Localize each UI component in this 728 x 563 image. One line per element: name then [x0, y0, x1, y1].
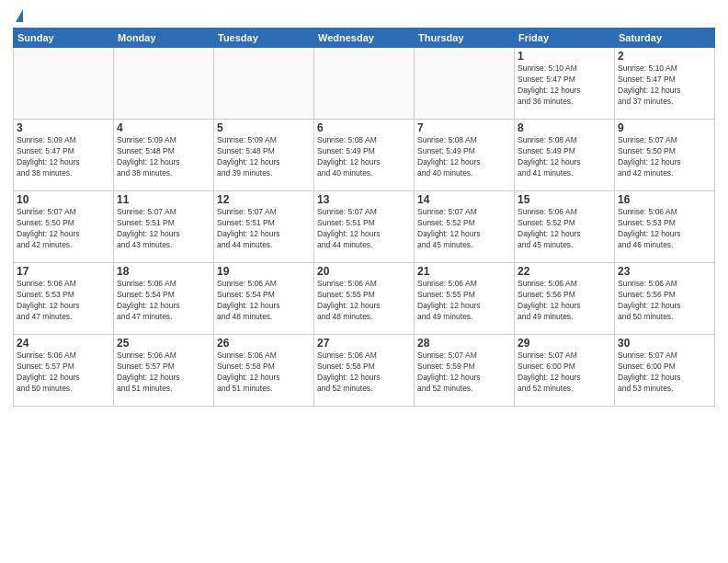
- day-number: 28: [417, 337, 511, 350]
- day-info: Sunrise: 5:07 AM Sunset: 5:50 PM Dayligh…: [618, 135, 711, 179]
- day-number: 26: [217, 337, 311, 350]
- page: Sunday Monday Tuesday Wednesday Thursday…: [0, 0, 728, 563]
- calendar-cell: 29Sunrise: 5:07 AM Sunset: 6:00 PM Dayli…: [515, 335, 615, 407]
- day-number: 27: [317, 337, 411, 350]
- calendar-cell: 3Sunrise: 5:09 AM Sunset: 5:47 PM Daylig…: [14, 120, 114, 191]
- day-info: Sunrise: 5:07 AM Sunset: 5:50 PM Dayligh…: [17, 207, 110, 251]
- logo-triangle-icon: [16, 9, 23, 22]
- day-number: 16: [618, 193, 711, 206]
- calendar-cell: [114, 48, 214, 120]
- day-info: Sunrise: 5:09 AM Sunset: 5:47 PM Dayligh…: [17, 135, 110, 179]
- day-number: 17: [17, 265, 110, 278]
- calendar-cell: 28Sunrise: 5:07 AM Sunset: 5:59 PM Dayli…: [415, 335, 515, 407]
- day-info: Sunrise: 5:07 AM Sunset: 5:51 PM Dayligh…: [317, 207, 411, 251]
- day-info: Sunrise: 5:08 AM Sunset: 5:49 PM Dayligh…: [317, 135, 411, 179]
- day-info: Sunrise: 5:10 AM Sunset: 5:47 PM Dayligh…: [518, 63, 611, 108]
- day-number: 7: [417, 121, 511, 134]
- day-info: Sunrise: 5:06 AM Sunset: 5:54 PM Dayligh…: [217, 279, 311, 323]
- header: [13, 9, 715, 22]
- calendar-week-row: 17Sunrise: 5:06 AM Sunset: 5:53 PM Dayli…: [14, 263, 715, 335]
- day-info: Sunrise: 5:06 AM Sunset: 5:56 PM Dayligh…: [618, 279, 711, 323]
- day-number: 21: [417, 265, 511, 278]
- day-number: 6: [317, 121, 411, 134]
- calendar-cell: 4Sunrise: 5:09 AM Sunset: 5:48 PM Daylig…: [114, 120, 214, 191]
- day-number: 14: [417, 193, 511, 206]
- calendar-cell: [14, 48, 114, 120]
- col-sunday: Sunday: [14, 29, 114, 48]
- day-number: 10: [17, 193, 110, 206]
- calendar-cell: 23Sunrise: 5:06 AM Sunset: 5:56 PM Dayli…: [615, 263, 715, 335]
- day-info: Sunrise: 5:10 AM Sunset: 5:47 PM Dayligh…: [618, 63, 711, 108]
- calendar-cell: 1Sunrise: 5:10 AM Sunset: 5:47 PM Daylig…: [515, 48, 615, 120]
- calendar-cell: 16Sunrise: 5:06 AM Sunset: 5:53 PM Dayli…: [615, 191, 715, 263]
- calendar-cell: [214, 48, 314, 120]
- day-info: Sunrise: 5:07 AM Sunset: 5:51 PM Dayligh…: [217, 207, 311, 251]
- col-friday: Friday: [515, 29, 615, 48]
- calendar-cell: 10Sunrise: 5:07 AM Sunset: 5:50 PM Dayli…: [14, 191, 114, 263]
- day-number: 15: [518, 193, 611, 206]
- day-info: Sunrise: 5:07 AM Sunset: 5:51 PM Dayligh…: [117, 207, 210, 251]
- day-info: Sunrise: 5:07 AM Sunset: 6:00 PM Dayligh…: [518, 350, 611, 395]
- calendar-cell: 14Sunrise: 5:07 AM Sunset: 5:52 PM Dayli…: [415, 191, 515, 263]
- col-wednesday: Wednesday: [314, 29, 415, 48]
- day-number: 8: [518, 121, 611, 134]
- day-info: Sunrise: 5:06 AM Sunset: 5:54 PM Dayligh…: [117, 279, 210, 323]
- day-info: Sunrise: 5:07 AM Sunset: 5:52 PM Dayligh…: [417, 207, 511, 251]
- day-info: Sunrise: 5:06 AM Sunset: 5:53 PM Dayligh…: [618, 207, 711, 251]
- day-number: 24: [17, 337, 110, 350]
- calendar-cell: 19Sunrise: 5:06 AM Sunset: 5:54 PM Dayli…: [214, 263, 314, 335]
- day-number: 20: [317, 265, 411, 278]
- calendar-cell: 27Sunrise: 5:06 AM Sunset: 5:58 PM Dayli…: [314, 335, 415, 407]
- calendar-cell: 13Sunrise: 5:07 AM Sunset: 5:51 PM Dayli…: [314, 191, 415, 263]
- day-number: 29: [518, 337, 611, 350]
- day-number: 3: [17, 121, 110, 134]
- day-number: 1: [518, 50, 611, 63]
- day-info: Sunrise: 5:06 AM Sunset: 5:52 PM Dayligh…: [518, 207, 611, 251]
- day-number: 13: [317, 193, 411, 206]
- day-number: 18: [117, 265, 210, 278]
- calendar-cell: 7Sunrise: 5:08 AM Sunset: 5:49 PM Daylig…: [415, 120, 515, 191]
- calendar-cell: 26Sunrise: 5:06 AM Sunset: 5:58 PM Dayli…: [214, 335, 314, 407]
- day-info: Sunrise: 5:08 AM Sunset: 5:49 PM Dayligh…: [417, 135, 511, 179]
- calendar-cell: [314, 48, 415, 120]
- day-number: 5: [217, 121, 311, 134]
- day-number: 9: [618, 121, 711, 134]
- calendar-cell: 5Sunrise: 5:09 AM Sunset: 5:48 PM Daylig…: [214, 120, 314, 191]
- day-info: Sunrise: 5:06 AM Sunset: 5:56 PM Dayligh…: [518, 279, 611, 323]
- calendar-cell: 15Sunrise: 5:06 AM Sunset: 5:52 PM Dayli…: [515, 191, 615, 263]
- calendar-header-row: Sunday Monday Tuesday Wednesday Thursday…: [14, 29, 715, 48]
- calendar-cell: 20Sunrise: 5:06 AM Sunset: 5:55 PM Dayli…: [314, 263, 415, 335]
- day-info: Sunrise: 5:06 AM Sunset: 5:55 PM Dayligh…: [417, 279, 511, 323]
- day-number: 19: [217, 265, 311, 278]
- day-info: Sunrise: 5:07 AM Sunset: 5:59 PM Dayligh…: [417, 350, 511, 395]
- day-info: Sunrise: 5:06 AM Sunset: 5:55 PM Dayligh…: [317, 279, 411, 323]
- calendar-week-row: 10Sunrise: 5:07 AM Sunset: 5:50 PM Dayli…: [14, 191, 715, 263]
- col-monday: Monday: [114, 29, 214, 48]
- logo: [13, 9, 23, 22]
- day-info: Sunrise: 5:09 AM Sunset: 5:48 PM Dayligh…: [117, 135, 210, 179]
- col-thursday: Thursday: [415, 29, 515, 48]
- day-number: 22: [518, 265, 611, 278]
- day-info: Sunrise: 5:06 AM Sunset: 5:57 PM Dayligh…: [17, 350, 110, 395]
- calendar-cell: 6Sunrise: 5:08 AM Sunset: 5:49 PM Daylig…: [314, 120, 415, 191]
- calendar-cell: 12Sunrise: 5:07 AM Sunset: 5:51 PM Dayli…: [214, 191, 314, 263]
- calendar-cell: 21Sunrise: 5:06 AM Sunset: 5:55 PM Dayli…: [415, 263, 515, 335]
- calendar-cell: 8Sunrise: 5:08 AM Sunset: 5:49 PM Daylig…: [515, 120, 615, 191]
- calendar-week-row: 3Sunrise: 5:09 AM Sunset: 5:47 PM Daylig…: [14, 120, 715, 191]
- calendar-cell: 9Sunrise: 5:07 AM Sunset: 5:50 PM Daylig…: [615, 120, 715, 191]
- calendar-cell: 2Sunrise: 5:10 AM Sunset: 5:47 PM Daylig…: [615, 48, 715, 120]
- day-number: 25: [117, 337, 210, 350]
- calendar-cell: 18Sunrise: 5:06 AM Sunset: 5:54 PM Dayli…: [114, 263, 214, 335]
- day-number: 30: [618, 337, 711, 350]
- day-info: Sunrise: 5:06 AM Sunset: 5:58 PM Dayligh…: [217, 350, 311, 395]
- day-info: Sunrise: 5:06 AM Sunset: 5:58 PM Dayligh…: [317, 350, 411, 395]
- day-info: Sunrise: 5:08 AM Sunset: 5:49 PM Dayligh…: [518, 135, 611, 179]
- calendar-table: Sunday Monday Tuesday Wednesday Thursday…: [13, 28, 715, 407]
- calendar-cell: 11Sunrise: 5:07 AM Sunset: 5:51 PM Dayli…: [114, 191, 214, 263]
- col-tuesday: Tuesday: [214, 29, 314, 48]
- calendar-cell: 30Sunrise: 5:07 AM Sunset: 6:00 PM Dayli…: [615, 335, 715, 407]
- day-number: 2: [618, 50, 711, 63]
- calendar-cell: 25Sunrise: 5:06 AM Sunset: 5:57 PM Dayli…: [114, 335, 214, 407]
- calendar-cell: [415, 48, 515, 120]
- day-info: Sunrise: 5:09 AM Sunset: 5:48 PM Dayligh…: [217, 135, 311, 179]
